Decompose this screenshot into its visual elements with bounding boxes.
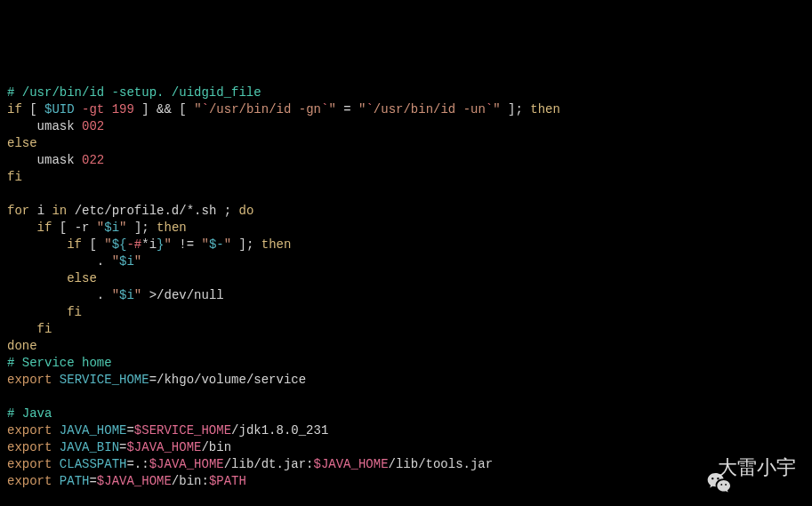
kw-for: for — [7, 204, 29, 218]
cmd-umask: umask — [37, 119, 75, 133]
kw-fi: fi — [7, 170, 22, 184]
kw-if: if — [7, 102, 22, 116]
watermark: 大雷小宇 — [684, 453, 796, 481]
comment-service: # Service home — [7, 356, 112, 370]
var-uid: $UID — [44, 102, 75, 116]
comment-line: # /usr/bin/id -setup. /uidgid_file — [7, 85, 261, 100]
kw-export: export — [7, 373, 52, 387]
kw-done: done — [7, 339, 37, 353]
kw-else: else — [7, 136, 37, 150]
vim-editor[interactable]: # /usr/bin/id -setup. /uidgid_file if [ … — [0, 68, 812, 506]
comment-java: # Java — [7, 406, 52, 421]
wechat-icon — [684, 453, 712, 481]
